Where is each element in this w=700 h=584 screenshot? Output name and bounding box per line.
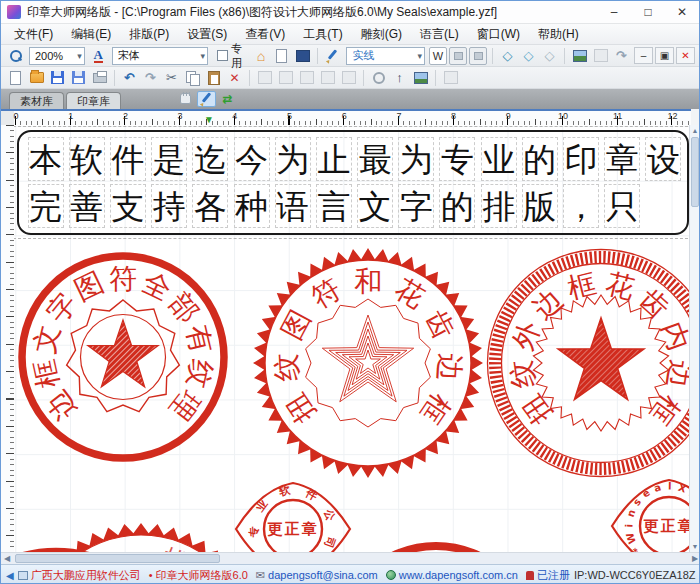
export-icon[interactable]: ↑ xyxy=(389,68,410,87)
toolbar-standard: ↶ ↷ ✂ ✕ ↑ xyxy=(1,67,699,89)
title-bar: 印章大师网络版 - [C:\Program Files (x86)\图符设计大师… xyxy=(1,1,699,24)
banner-char: ， xyxy=(563,184,599,228)
font-family-select[interactable]: 宋体 ▾ xyxy=(112,47,208,65)
extra-tool-icon[interactable] xyxy=(440,68,461,87)
banner-text-object[interactable]: 本软件是迄今为止最为专业的印章设 完善支持各种语言文字的排版，只 xyxy=(17,130,689,235)
align-icon-4[interactable] xyxy=(317,68,338,87)
align-icon-5[interactable] xyxy=(338,68,359,87)
rotate-tool-icon[interactable]: ↷ xyxy=(611,46,632,65)
globe-icon xyxy=(386,570,396,580)
status-email[interactable]: dapengsoft@sina.com xyxy=(268,569,378,581)
mdi-minimize-button[interactable]: – xyxy=(634,47,653,64)
history-icon[interactable] xyxy=(368,68,389,87)
save-as-icon[interactable] xyxy=(68,68,89,87)
vertical-scrollbar[interactable]: ▲ ▼ xyxy=(689,125,699,552)
horizontal-ruler[interactable]: 0 1 2 3 4 5 6 7 8 9 10 11 12 ▼ xyxy=(14,109,691,125)
vertical-ruler[interactable] xyxy=(1,125,14,552)
ruler-marker-icon[interactable]: ▼ xyxy=(204,114,214,125)
print-icon[interactable] xyxy=(89,68,110,87)
minimize-button[interactable]: – xyxy=(597,1,631,24)
banner-char: 善 xyxy=(69,184,105,228)
new-page-icon[interactable] xyxy=(271,46,292,65)
open-file-icon[interactable] xyxy=(26,68,47,87)
banner-char: 今 xyxy=(234,137,270,181)
close-button[interactable]: ✕ xyxy=(665,1,699,24)
banner-char: 排 xyxy=(481,184,517,228)
cut-icon[interactable]: ✂ xyxy=(161,68,182,87)
paste-icon[interactable] xyxy=(203,68,224,87)
3d-effect-icon-2[interactable]: ◇ xyxy=(518,46,539,65)
banner-line-2: 完善支持各种语言文字的排版，只 xyxy=(25,184,687,228)
delete-icon[interactable]: ✕ xyxy=(224,68,245,87)
menu-language[interactable]: 语言(L) xyxy=(411,24,468,45)
ruler-number: 10 xyxy=(556,111,570,121)
window-title: 印章大师网络版 - [C:\Program Files (x86)\图符设计大师… xyxy=(27,4,497,21)
tab-seal-library[interactable]: 印章库 xyxy=(66,92,121,109)
pattern-tool-icon-1[interactable] xyxy=(569,46,590,65)
ruler-number: 3 xyxy=(173,111,187,121)
menu-edit[interactable]: 编辑(E) xyxy=(62,24,120,45)
menu-window[interactable]: 窗口(W) xyxy=(468,24,529,45)
3d-effect-icon-3[interactable]: ◇ xyxy=(539,46,560,65)
3d-effect-icon-1[interactable]: ◇ xyxy=(497,46,518,65)
pattern-tool-icon-2[interactable] xyxy=(590,46,611,65)
line-style-select[interactable]: 实线 ▾ xyxy=(346,47,425,65)
banner-char: 设 xyxy=(645,137,681,181)
banner-char: 业 xyxy=(481,137,517,181)
text-effect-w-button[interactable]: W xyxy=(429,47,447,65)
mail-icon: ✉ xyxy=(256,569,265,582)
tab-material-library[interactable]: 素材库 xyxy=(9,92,64,109)
menu-settings[interactable]: 设置(S) xyxy=(178,24,236,45)
horizontal-scroll-thumb[interactable] xyxy=(15,554,220,563)
status-website[interactable]: www.dapengsoft.com.cn xyxy=(399,569,518,581)
special-checkbox[interactable] xyxy=(217,50,228,61)
banner-char: 文 xyxy=(357,184,393,228)
save-icon[interactable] xyxy=(47,68,68,87)
ruler-number: 6 xyxy=(337,111,351,121)
new-file-icon[interactable] xyxy=(5,68,26,87)
font-tool-icon[interactable]: A xyxy=(88,46,109,65)
ruler-number: 12 xyxy=(665,111,679,121)
redo-icon[interactable]: ↷ xyxy=(140,68,161,87)
text-effect-button-2[interactable] xyxy=(469,47,487,65)
align-icon-2[interactable] xyxy=(275,68,296,87)
menu-engrave[interactable]: 雕刻(G) xyxy=(352,24,411,45)
banner-char: 的 xyxy=(522,137,558,181)
menu-file[interactable]: 文件(F) xyxy=(5,24,62,45)
pen-style-icon[interactable] xyxy=(322,46,343,65)
scroll-down-icon[interactable]: ▼ xyxy=(690,541,700,552)
menu-layout[interactable]: 排版(P) xyxy=(120,24,178,45)
insert-image-icon[interactable] xyxy=(410,68,431,87)
correction2-center-text: 更正章 xyxy=(644,517,692,536)
zoom-level-select[interactable]: 200% ▾ xyxy=(29,47,85,65)
mdi-restore-button[interactable]: ▣ xyxy=(655,47,674,64)
design-canvas[interactable]: 本软件是迄今为止最为专业的印章设 完善支持各种语言文字的排版，只 边框文字图符全… xyxy=(14,125,691,552)
scroll-left-icon[interactable]: ◀ xyxy=(1,554,13,563)
banner-char: 专 xyxy=(439,137,475,181)
edit-pen-button[interactable] xyxy=(197,91,216,107)
home-icon[interactable]: ⌂ xyxy=(250,46,271,65)
pan-hand-button[interactable] xyxy=(176,91,195,107)
scroll-up-icon[interactable]: ▲ xyxy=(690,125,700,136)
horizontal-scrollbar[interactable]: ◀ ▶ xyxy=(1,552,700,564)
undo-icon[interactable]: ↶ xyxy=(119,68,140,87)
maximize-button[interactable]: □ xyxy=(631,1,665,24)
toolbar-view: 200% ▾ A 宋体 ▾ 专用 ⌂ 实线 ▾ W ◇ ◇ ◇ ↷ – ▣ xyxy=(1,45,699,67)
align-icon-3[interactable] xyxy=(296,68,317,87)
chevron-down-icon: ▾ xyxy=(73,51,82,61)
vertical-scroll-thumb[interactable] xyxy=(691,137,699,207)
scroll-right-icon[interactable]: ▶ xyxy=(689,554,700,563)
banner-char: 迄 xyxy=(192,137,228,181)
menu-tools[interactable]: 工具(T) xyxy=(294,24,351,45)
zoom-tool-icon[interactable] xyxy=(5,46,26,65)
text-effect-button-1[interactable] xyxy=(449,47,467,65)
image-mode-icon[interactable] xyxy=(292,46,313,65)
seal-partial-sawtooth[interactable] xyxy=(19,523,262,552)
copy-icon[interactable] xyxy=(182,68,203,87)
fit-view-button[interactable]: ⇄ xyxy=(218,91,237,107)
mdi-close-button[interactable]: ✕ xyxy=(676,47,695,64)
banner-char: 本 xyxy=(28,137,64,181)
menu-help[interactable]: 帮助(H) xyxy=(529,24,588,45)
status-nav-left-icon[interactable]: ◀ xyxy=(6,570,14,581)
align-icon-1[interactable] xyxy=(254,68,275,87)
